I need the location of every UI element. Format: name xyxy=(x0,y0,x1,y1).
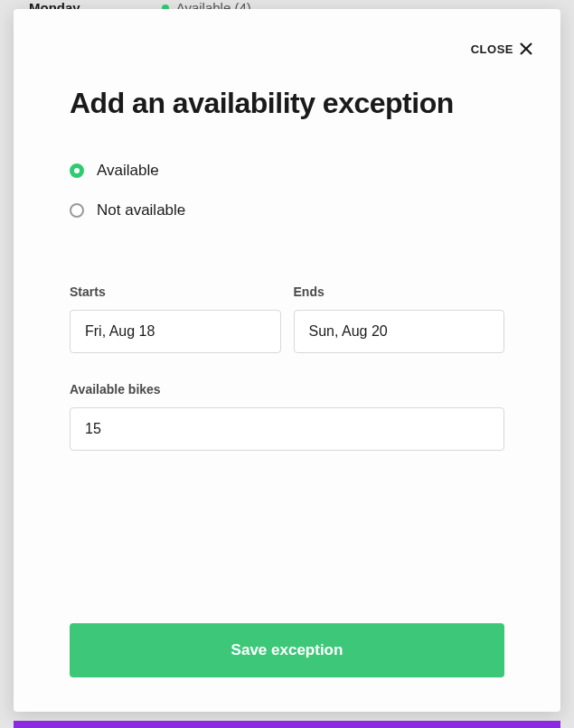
starts-label: Starts xyxy=(70,285,281,299)
close-label: CLOSE xyxy=(471,42,513,56)
radio-available-label: Available xyxy=(97,162,159,180)
exception-modal: CLOSE Add an availability exception Avai… xyxy=(14,9,560,712)
radio-available[interactable]: Available xyxy=(70,162,504,180)
starts-field-group: Starts xyxy=(70,285,281,353)
bikes-field-group: Available bikes xyxy=(70,382,504,494)
spacer xyxy=(70,512,504,624)
availability-radio-group: Available Not available xyxy=(70,162,504,241)
ends-input[interactable] xyxy=(294,310,505,353)
radio-unselected-icon xyxy=(70,203,84,218)
ends-field-group: Ends xyxy=(294,285,505,353)
close-button[interactable]: CLOSE xyxy=(471,42,533,56)
date-row: Starts Ends xyxy=(70,285,504,353)
radio-not-available-label: Not available xyxy=(97,201,185,219)
bottom-accent-bar xyxy=(14,721,560,728)
ends-label: Ends xyxy=(294,285,505,299)
radio-not-available[interactable]: Not available xyxy=(70,201,504,219)
modal-title: Add an availability exception xyxy=(70,87,504,120)
bikes-input[interactable] xyxy=(70,407,504,451)
radio-selected-icon xyxy=(70,163,84,178)
bikes-label: Available bikes xyxy=(70,382,504,397)
modal-body: Add an availability exception Available … xyxy=(14,9,560,712)
close-icon xyxy=(519,42,533,56)
save-exception-button[interactable]: Save exception xyxy=(70,623,504,677)
starts-input[interactable] xyxy=(70,310,281,353)
